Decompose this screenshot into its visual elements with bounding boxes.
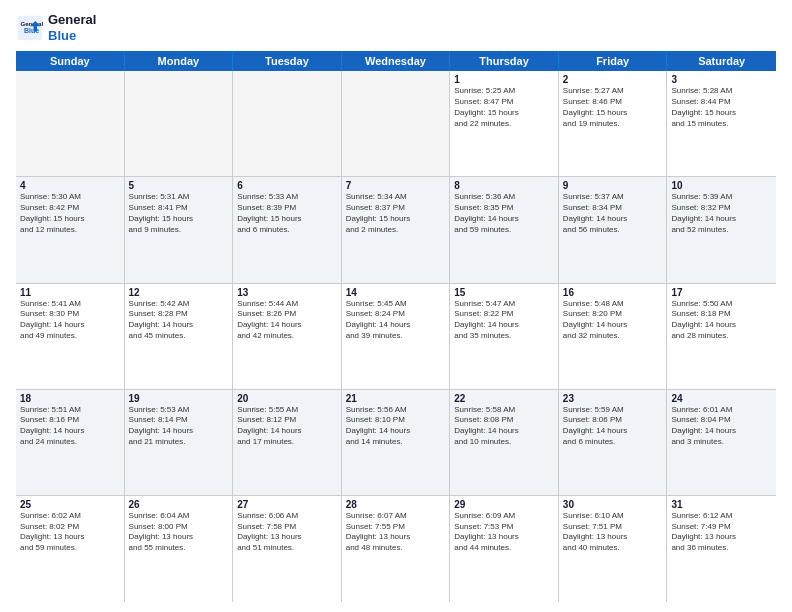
- calendar-cell-1-5: 1Sunrise: 5:25 AMSunset: 8:47 PMDaylight…: [450, 71, 559, 176]
- header-sunday: Sunday: [16, 51, 125, 71]
- calendar-cell-1-6: 2Sunrise: 5:27 AMSunset: 8:46 PMDaylight…: [559, 71, 668, 176]
- cell-content: Sunrise: 6:06 AMSunset: 7:58 PMDaylight:…: [237, 511, 337, 554]
- day-number: 26: [129, 499, 229, 510]
- cell-content: Sunrise: 5:27 AMSunset: 8:46 PMDaylight:…: [563, 86, 663, 129]
- day-number: 28: [346, 499, 446, 510]
- day-number: 2: [563, 74, 663, 85]
- calendar-cell-1-2: [125, 71, 234, 176]
- cell-content: Sunrise: 5:58 AMSunset: 8:08 PMDaylight:…: [454, 405, 554, 448]
- calendar-cell-2-1: 4Sunrise: 5:30 AMSunset: 8:42 PMDaylight…: [16, 177, 125, 282]
- calendar-cell-5-1: 25Sunrise: 6:02 AMSunset: 8:02 PMDayligh…: [16, 496, 125, 602]
- day-number: 5: [129, 180, 229, 191]
- calendar-body: 1Sunrise: 5:25 AMSunset: 8:47 PMDaylight…: [16, 71, 776, 602]
- day-number: 21: [346, 393, 446, 404]
- cell-content: Sunrise: 5:50 AMSunset: 8:18 PMDaylight:…: [671, 299, 772, 342]
- logo-text-blue: Blue: [48, 28, 96, 44]
- day-number: 23: [563, 393, 663, 404]
- cell-content: Sunrise: 5:44 AMSunset: 8:26 PMDaylight:…: [237, 299, 337, 342]
- cell-content: Sunrise: 5:34 AMSunset: 8:37 PMDaylight:…: [346, 192, 446, 235]
- calendar-cell-4-6: 23Sunrise: 5:59 AMSunset: 8:06 PMDayligh…: [559, 390, 668, 495]
- calendar-cell-3-7: 17Sunrise: 5:50 AMSunset: 8:18 PMDayligh…: [667, 284, 776, 389]
- cell-content: Sunrise: 5:25 AMSunset: 8:47 PMDaylight:…: [454, 86, 554, 129]
- cell-content: Sunrise: 5:55 AMSunset: 8:12 PMDaylight:…: [237, 405, 337, 448]
- calendar-header: Sunday Monday Tuesday Wednesday Thursday…: [16, 51, 776, 71]
- cell-content: Sunrise: 5:56 AMSunset: 8:10 PMDaylight:…: [346, 405, 446, 448]
- calendar-row-1: 1Sunrise: 5:25 AMSunset: 8:47 PMDaylight…: [16, 71, 776, 177]
- logo-text-general: General: [48, 12, 96, 28]
- calendar-cell-2-4: 7Sunrise: 5:34 AMSunset: 8:37 PMDaylight…: [342, 177, 451, 282]
- cell-content: Sunrise: 6:09 AMSunset: 7:53 PMDaylight:…: [454, 511, 554, 554]
- day-number: 12: [129, 287, 229, 298]
- day-number: 10: [671, 180, 772, 191]
- calendar-cell-5-2: 26Sunrise: 6:04 AMSunset: 8:00 PMDayligh…: [125, 496, 234, 602]
- cell-content: Sunrise: 6:02 AMSunset: 8:02 PMDaylight:…: [20, 511, 120, 554]
- calendar-cell-3-5: 15Sunrise: 5:47 AMSunset: 8:22 PMDayligh…: [450, 284, 559, 389]
- cell-content: Sunrise: 6:12 AMSunset: 7:49 PMDaylight:…: [671, 511, 772, 554]
- calendar-cell-4-4: 21Sunrise: 5:56 AMSunset: 8:10 PMDayligh…: [342, 390, 451, 495]
- header-monday: Monday: [125, 51, 234, 71]
- calendar-cell-2-5: 8Sunrise: 5:36 AMSunset: 8:35 PMDaylight…: [450, 177, 559, 282]
- calendar-cell-5-6: 30Sunrise: 6:10 AMSunset: 7:51 PMDayligh…: [559, 496, 668, 602]
- day-number: 29: [454, 499, 554, 510]
- header-friday: Friday: [559, 51, 668, 71]
- calendar-cell-1-7: 3Sunrise: 5:28 AMSunset: 8:44 PMDaylight…: [667, 71, 776, 176]
- cell-content: Sunrise: 5:59 AMSunset: 8:06 PMDaylight:…: [563, 405, 663, 448]
- day-number: 11: [20, 287, 120, 298]
- calendar-cell-2-7: 10Sunrise: 5:39 AMSunset: 8:32 PMDayligh…: [667, 177, 776, 282]
- calendar-cell-4-3: 20Sunrise: 5:55 AMSunset: 8:12 PMDayligh…: [233, 390, 342, 495]
- day-number: 1: [454, 74, 554, 85]
- calendar-cell-3-1: 11Sunrise: 5:41 AMSunset: 8:30 PMDayligh…: [16, 284, 125, 389]
- calendar-cell-5-7: 31Sunrise: 6:12 AMSunset: 7:49 PMDayligh…: [667, 496, 776, 602]
- calendar-cell-1-3: [233, 71, 342, 176]
- calendar-cell-4-2: 19Sunrise: 5:53 AMSunset: 8:14 PMDayligh…: [125, 390, 234, 495]
- calendar-cell-3-6: 16Sunrise: 5:48 AMSunset: 8:20 PMDayligh…: [559, 284, 668, 389]
- cell-content: Sunrise: 5:36 AMSunset: 8:35 PMDaylight:…: [454, 192, 554, 235]
- cell-content: Sunrise: 5:33 AMSunset: 8:39 PMDaylight:…: [237, 192, 337, 235]
- day-number: 18: [20, 393, 120, 404]
- cell-content: Sunrise: 5:31 AMSunset: 8:41 PMDaylight:…: [129, 192, 229, 235]
- day-number: 24: [671, 393, 772, 404]
- day-number: 30: [563, 499, 663, 510]
- calendar-cell-1-4: [342, 71, 451, 176]
- cell-content: Sunrise: 5:51 AMSunset: 8:16 PMDaylight:…: [20, 405, 120, 448]
- header-wednesday: Wednesday: [342, 51, 451, 71]
- logo-icon: General Blue: [16, 14, 44, 42]
- day-number: 20: [237, 393, 337, 404]
- calendar-row-4: 18Sunrise: 5:51 AMSunset: 8:16 PMDayligh…: [16, 390, 776, 496]
- day-number: 31: [671, 499, 772, 510]
- calendar-row-5: 25Sunrise: 6:02 AMSunset: 8:02 PMDayligh…: [16, 496, 776, 602]
- cell-content: Sunrise: 5:45 AMSunset: 8:24 PMDaylight:…: [346, 299, 446, 342]
- calendar-cell-4-5: 22Sunrise: 5:58 AMSunset: 8:08 PMDayligh…: [450, 390, 559, 495]
- day-number: 19: [129, 393, 229, 404]
- header-thursday: Thursday: [450, 51, 559, 71]
- cell-content: Sunrise: 5:30 AMSunset: 8:42 PMDaylight:…: [20, 192, 120, 235]
- cell-content: Sunrise: 5:47 AMSunset: 8:22 PMDaylight:…: [454, 299, 554, 342]
- cell-content: Sunrise: 5:42 AMSunset: 8:28 PMDaylight:…: [129, 299, 229, 342]
- cell-content: Sunrise: 5:53 AMSunset: 8:14 PMDaylight:…: [129, 405, 229, 448]
- page: General Blue General Blue Sunday Monday …: [0, 0, 792, 612]
- calendar-cell-2-3: 6Sunrise: 5:33 AMSunset: 8:39 PMDaylight…: [233, 177, 342, 282]
- calendar-cell-5-5: 29Sunrise: 6:09 AMSunset: 7:53 PMDayligh…: [450, 496, 559, 602]
- cell-content: Sunrise: 6:07 AMSunset: 7:55 PMDaylight:…: [346, 511, 446, 554]
- cell-content: Sunrise: 6:04 AMSunset: 8:00 PMDaylight:…: [129, 511, 229, 554]
- calendar-cell-2-6: 9Sunrise: 5:37 AMSunset: 8:34 PMDaylight…: [559, 177, 668, 282]
- calendar-row-2: 4Sunrise: 5:30 AMSunset: 8:42 PMDaylight…: [16, 177, 776, 283]
- day-number: 8: [454, 180, 554, 191]
- header: General Blue General Blue: [16, 12, 776, 43]
- day-number: 15: [454, 287, 554, 298]
- calendar-cell-4-7: 24Sunrise: 6:01 AMSunset: 8:04 PMDayligh…: [667, 390, 776, 495]
- calendar-cell-4-1: 18Sunrise: 5:51 AMSunset: 8:16 PMDayligh…: [16, 390, 125, 495]
- day-number: 14: [346, 287, 446, 298]
- calendar: Sunday Monday Tuesday Wednesday Thursday…: [16, 51, 776, 602]
- day-number: 4: [20, 180, 120, 191]
- cell-content: Sunrise: 5:41 AMSunset: 8:30 PMDaylight:…: [20, 299, 120, 342]
- cell-content: Sunrise: 5:48 AMSunset: 8:20 PMDaylight:…: [563, 299, 663, 342]
- cell-content: Sunrise: 6:10 AMSunset: 7:51 PMDaylight:…: [563, 511, 663, 554]
- day-number: 9: [563, 180, 663, 191]
- day-number: 6: [237, 180, 337, 191]
- day-number: 3: [671, 74, 772, 85]
- cell-content: Sunrise: 5:37 AMSunset: 8:34 PMDaylight:…: [563, 192, 663, 235]
- cell-content: Sunrise: 5:28 AMSunset: 8:44 PMDaylight:…: [671, 86, 772, 129]
- calendar-cell-3-4: 14Sunrise: 5:45 AMSunset: 8:24 PMDayligh…: [342, 284, 451, 389]
- cell-content: Sunrise: 5:39 AMSunset: 8:32 PMDaylight:…: [671, 192, 772, 235]
